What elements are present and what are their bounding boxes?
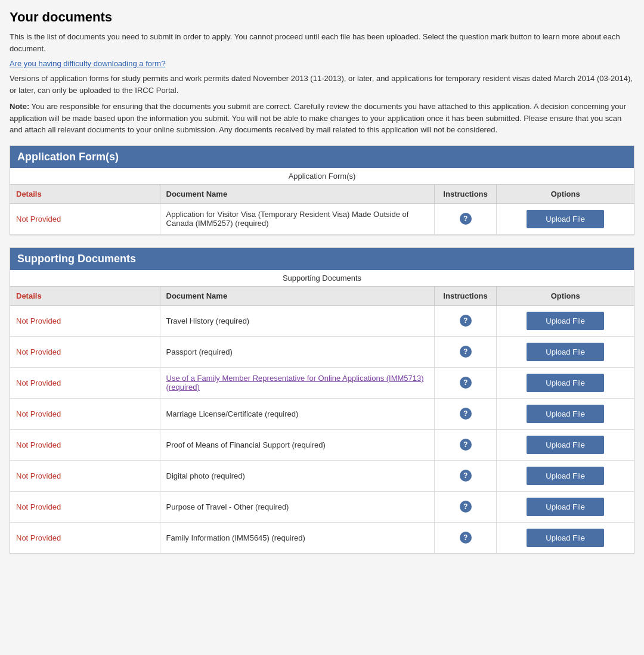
question-icon[interactable]: ? bbox=[460, 501, 472, 513]
col-docname-sup: Document Name bbox=[160, 287, 434, 306]
options-cell: Upload File bbox=[497, 305, 634, 336]
details-cell: Not Provided bbox=[10, 522, 160, 553]
instructions-cell[interactable]: ? bbox=[434, 398, 497, 429]
upload-button[interactable]: Upload File bbox=[527, 312, 604, 330]
upload-button[interactable]: Upload File bbox=[527, 467, 604, 485]
supporting-docs-header-row: Details Document Name Instructions Optio… bbox=[10, 287, 634, 306]
options-cell: Upload File bbox=[497, 460, 634, 491]
upload-button[interactable]: Upload File bbox=[527, 343, 604, 361]
difficulty-link[interactable]: Are you having difficulty downloading a … bbox=[10, 59, 165, 68]
supporting-docs-table: Details Document Name Instructions Optio… bbox=[10, 287, 634, 554]
note-body: You are responsible for ensuring that th… bbox=[10, 102, 626, 134]
options-cell: Upload File bbox=[497, 203, 634, 234]
instructions-cell[interactable]: ? bbox=[434, 305, 497, 336]
options-cell: Upload File bbox=[497, 491, 634, 522]
note-label: Note: bbox=[10, 102, 29, 111]
options-cell: Upload File bbox=[497, 398, 634, 429]
details-cell: Not Provided bbox=[10, 336, 160, 367]
application-forms-header-row: Details Document Name Instructions Optio… bbox=[10, 185, 634, 204]
upload-button[interactable]: Upload File bbox=[527, 498, 604, 516]
question-icon[interactable]: ? bbox=[460, 532, 472, 544]
application-forms-table: Details Document Name Instructions Optio… bbox=[10, 185, 634, 235]
col-details-sup: Details bbox=[10, 287, 160, 306]
docname-cell: Family Information (IMM5645) (required) bbox=[160, 522, 434, 553]
docname-cell: Application for Visitor Visa (Temporary … bbox=[160, 203, 434, 234]
docname-cell: Travel History (required) bbox=[160, 305, 434, 336]
details-cell: Not Provided bbox=[10, 460, 160, 491]
intro-text: This is the list of documents you need t… bbox=[10, 31, 634, 54]
details-cell: Not Provided bbox=[10, 398, 160, 429]
options-cell: Upload File bbox=[497, 336, 634, 367]
question-icon[interactable]: ? bbox=[460, 315, 472, 327]
application-forms-section: Application Form(s) Application Form(s) … bbox=[10, 145, 634, 235]
question-icon[interactable]: ? bbox=[460, 470, 472, 482]
question-icon[interactable]: ? bbox=[460, 346, 472, 358]
question-icon[interactable]: ? bbox=[460, 408, 472, 420]
table-row: Not Provided Travel History (required) ?… bbox=[10, 305, 634, 336]
docname-cell: Purpose of Travel - Other (required) bbox=[160, 491, 434, 522]
docname-cell: Marriage License/Certificate (required) bbox=[160, 398, 434, 429]
details-cell: Not Provided bbox=[10, 491, 160, 522]
col-docname-app: Document Name bbox=[160, 185, 434, 204]
upload-button[interactable]: Upload File bbox=[527, 374, 604, 392]
doc-link[interactable]: Use of a Family Member Representative fo… bbox=[166, 374, 424, 392]
instructions-cell[interactable]: ? bbox=[434, 429, 497, 460]
details-cell: Not Provided bbox=[10, 203, 160, 234]
upload-button[interactable]: Upload File bbox=[527, 529, 604, 547]
details-cell: Not Provided bbox=[10, 367, 160, 398]
table-row: Not Provided Purpose of Travel - Other (… bbox=[10, 491, 634, 522]
question-icon[interactable]: ? bbox=[460, 439, 472, 451]
table-row: Not Provided Family Information (IMM5645… bbox=[10, 522, 634, 553]
question-icon[interactable]: ? bbox=[460, 377, 472, 389]
col-options-app: Options bbox=[497, 185, 634, 204]
note-paragraph: Note: You are responsible for ensuring t… bbox=[10, 101, 634, 136]
table-row: Not Provided Proof of Means of Financial… bbox=[10, 429, 634, 460]
instructions-cell[interactable]: ? bbox=[434, 460, 497, 491]
instructions-cell[interactable]: ? bbox=[434, 203, 497, 234]
col-instructions-sup: Instructions bbox=[434, 287, 497, 306]
page-title: Your documents bbox=[10, 10, 634, 25]
table-row: Not Provided Passport (required) ? Uploa… bbox=[10, 336, 634, 367]
table-row: Not Provided Digital photo (required) ? … bbox=[10, 460, 634, 491]
versions-note: Versions of application forms for study … bbox=[10, 73, 634, 96]
upload-button[interactable]: Upload File bbox=[527, 210, 604, 228]
instructions-cell[interactable]: ? bbox=[434, 491, 497, 522]
docname-cell: Digital photo (required) bbox=[160, 460, 434, 491]
application-forms-subtitle: Application Form(s) bbox=[10, 168, 634, 185]
upload-button[interactable]: Upload File bbox=[527, 405, 604, 423]
col-options-sup: Options bbox=[497, 287, 634, 306]
supporting-docs-header: Supporting Documents bbox=[10, 248, 634, 270]
options-cell: Upload File bbox=[497, 429, 634, 460]
docname-cell: Proof of Means of Financial Support (req… bbox=[160, 429, 434, 460]
application-forms-header: Application Form(s) bbox=[10, 146, 634, 168]
supporting-docs-subtitle: Supporting Documents bbox=[10, 270, 634, 287]
instructions-cell[interactable]: ? bbox=[434, 367, 497, 398]
options-cell: Upload File bbox=[497, 367, 634, 398]
col-instructions-app: Instructions bbox=[434, 185, 497, 204]
question-icon[interactable]: ? bbox=[460, 213, 472, 225]
docname-cell: Use of a Family Member Representative fo… bbox=[160, 367, 434, 398]
col-details-app: Details bbox=[10, 185, 160, 204]
details-cell: Not Provided bbox=[10, 305, 160, 336]
instructions-cell[interactable]: ? bbox=[434, 522, 497, 553]
table-row: Not Provided Use of a Family Member Repr… bbox=[10, 367, 634, 398]
instructions-cell[interactable]: ? bbox=[434, 336, 497, 367]
options-cell: Upload File bbox=[497, 522, 634, 553]
docname-cell: Passport (required) bbox=[160, 336, 434, 367]
upload-button[interactable]: Upload File bbox=[527, 436, 604, 454]
table-row: Not Provided Application for Visitor Vis… bbox=[10, 203, 634, 234]
supporting-docs-section: Supporting Documents Supporting Document… bbox=[10, 247, 634, 554]
details-cell: Not Provided bbox=[10, 429, 160, 460]
table-row: Not Provided Marriage License/Certificat… bbox=[10, 398, 634, 429]
